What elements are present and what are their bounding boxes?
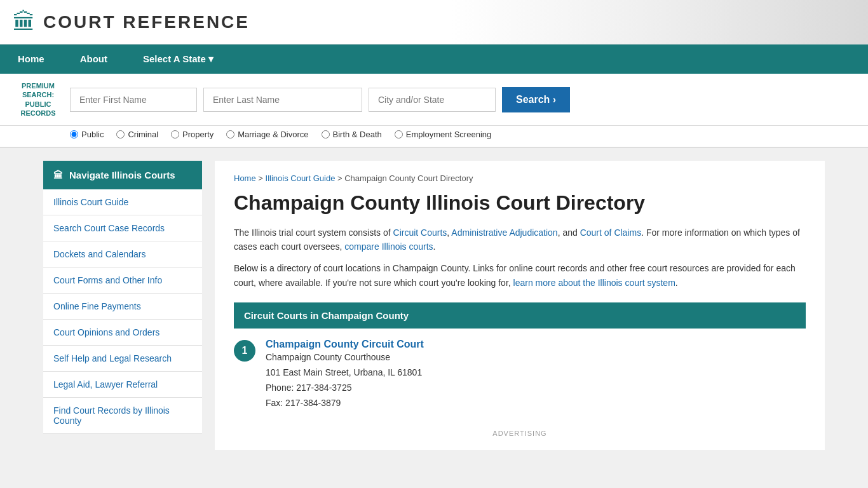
- link-compare-courts[interactable]: compare Illinois courts: [344, 241, 433, 252]
- site-title: COURT REFERENCE: [43, 12, 250, 32]
- court-entry-1: 1 Champaign County Circuit Court Champai…: [234, 339, 806, 410]
- sidebar-item-dockets-calendars[interactable]: Dockets and Calendars: [43, 241, 202, 268]
- court-sidebar-icon: 🏛: [53, 170, 63, 180]
- radio-property[interactable]: Property: [171, 130, 214, 139]
- sidebar-item-online-fines[interactable]: Online Fine Payments: [43, 294, 202, 320]
- sidebar-item-court-forms[interactable]: Court Forms and Other Info: [43, 268, 202, 294]
- link-admin-adjudication[interactable]: Administrative Adjudication: [451, 227, 557, 238]
- court-address: 101 East Main Street, Urbana, IL 61801: [266, 365, 424, 381]
- sidebar-item-illinois-court-guide[interactable]: Illinois Court Guide: [43, 189, 202, 215]
- court-number-badge: 1: [234, 340, 255, 362]
- sidebar-header: 🏛 Navigate Illinois Courts: [43, 161, 202, 189]
- court-fax: Fax: 217-384-3879: [266, 396, 424, 411]
- last-name-input[interactable]: [203, 88, 362, 112]
- breadcrumb-state-guide[interactable]: Illinois Court Guide: [266, 173, 336, 183]
- page-title: Champaign County Illinois Court Director…: [234, 191, 806, 215]
- court-details: Champaign County Circuit Court Champaign…: [266, 339, 424, 410]
- main-nav: Home About Select A State ▾: [0, 44, 868, 74]
- main-layout: 🏛 Navigate Illinois Courts Illinois Cour…: [43, 161, 825, 450]
- court-phone: Phone: 217-384-3725: [266, 381, 424, 396]
- radio-criminal[interactable]: Criminal: [116, 130, 158, 139]
- sidebar-item-legal-aid[interactable]: Legal Aid, Lawyer Referral: [43, 372, 202, 398]
- sidebar: 🏛 Navigate Illinois Courts Illinois Cour…: [43, 161, 202, 450]
- breadcrumb: Home > Illinois Court Guide > Champaign …: [234, 173, 806, 183]
- breadcrumb-home[interactable]: Home: [234, 173, 256, 183]
- radio-marriage-divorce[interactable]: Marriage & Divorce: [226, 130, 308, 139]
- nav-select-state[interactable]: Select A State ▾: [125, 44, 231, 74]
- intro-paragraph-1: The Illinois trial court system consists…: [234, 226, 806, 254]
- first-name-input[interactable]: [70, 88, 197, 112]
- court-name-link[interactable]: Champaign County Circuit Court: [266, 339, 424, 349]
- circuit-courts-header: Circuit Courts in Champaign County: [234, 302, 806, 329]
- link-court-of-claims[interactable]: Court of Claims: [580, 227, 641, 238]
- sidebar-item-court-opinions[interactable]: Court Opinions and Orders: [43, 320, 202, 346]
- nav-home[interactable]: Home: [0, 44, 62, 74]
- sidebar-item-find-records[interactable]: Find Court Records by Illinois County: [43, 398, 202, 434]
- premium-label: PREMIUM SEARCH: PUBLIC RECORDS: [13, 81, 64, 118]
- breadcrumb-current: Champaign County Court Directory: [344, 173, 473, 183]
- radio-public[interactable]: Public: [70, 130, 104, 139]
- link-circuit-courts[interactable]: Circuit Courts: [393, 227, 447, 238]
- city-state-input[interactable]: [369, 88, 496, 112]
- court-logo-icon: 🏛: [13, 9, 36, 36]
- link-learn-more[interactable]: learn more about the Illinois court syst…: [513, 278, 675, 288]
- sidebar-item-search-court-records[interactable]: Search Court Case Records: [43, 215, 202, 241]
- radio-birth-death[interactable]: Birth & Death: [322, 130, 382, 139]
- search-radio-row: Public Criminal Property Marriage & Divo…: [0, 126, 868, 148]
- search-button[interactable]: Search ›: [502, 87, 570, 112]
- sidebar-item-self-help[interactable]: Self Help and Legal Research: [43, 346, 202, 372]
- advertising-label: ADVERTISING: [234, 430, 806, 437]
- intro-paragraph-2: Below is a directory of court locations …: [234, 261, 806, 290]
- nav-about[interactable]: About: [62, 44, 125, 74]
- main-content: Home > Illinois Court Guide > Champaign …: [215, 161, 825, 450]
- radio-employment[interactable]: Employment Screening: [395, 130, 491, 139]
- search-bar-container: PREMIUM SEARCH: PUBLIC RECORDS Search ›: [0, 74, 868, 126]
- court-building: Champaign County Courthouse: [266, 350, 424, 365]
- sidebar-header-label: Navigate Illinois Courts: [69, 170, 175, 180]
